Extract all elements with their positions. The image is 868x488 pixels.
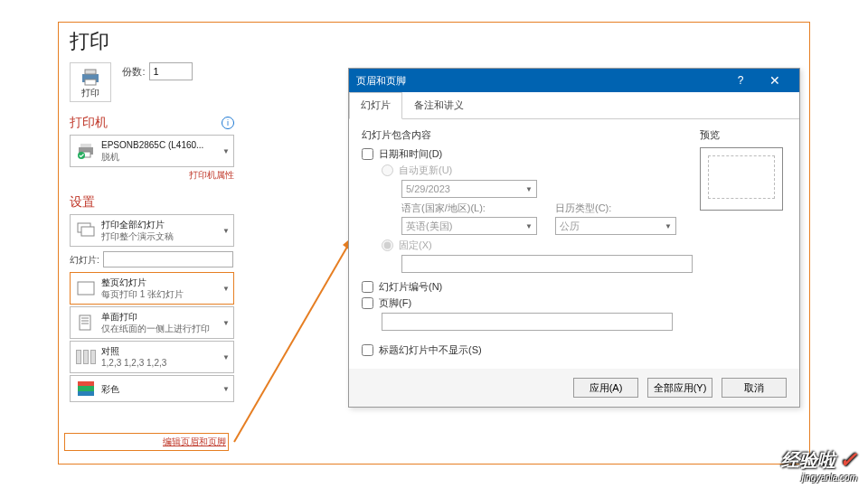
group-title: 幻灯片包含内容 xyxy=(362,128,678,142)
label-auto-update: 自动更新(U) xyxy=(399,164,452,177)
watermark: 经验啦 ✓ jingyanla.com xyxy=(781,447,857,483)
label-fixed: 固定(X) xyxy=(399,239,432,252)
label-slide-number: 幻灯片编号(N) xyxy=(379,280,442,294)
chevron-down-icon: ▼ xyxy=(222,319,230,327)
collate-icon xyxy=(76,348,96,366)
close-button[interactable]: ✕ xyxy=(758,69,792,92)
chevron-down-icon: ▼ xyxy=(665,222,672,230)
radio-fixed xyxy=(382,239,393,251)
checkbox-footer[interactable] xyxy=(362,297,373,309)
collate-dropdown[interactable]: 对照 1,2,3 1,2,3 1,2,3 ▼ xyxy=(70,341,234,373)
duplex-sub: 仅在纸面的一侧上进行打印 xyxy=(101,323,210,334)
printer-status: 脱机 xyxy=(101,151,203,163)
calendar-select[interactable]: 公历 ▼ xyxy=(555,217,676,235)
printer-properties-link[interactable]: 打印机属性 xyxy=(70,169,234,182)
checkbox-slide-number[interactable] xyxy=(362,281,373,293)
footer-text-input[interactable] xyxy=(382,313,673,331)
color-title: 彩色 xyxy=(101,383,119,395)
slides-range-label: 幻灯片: xyxy=(70,254,99,267)
svg-rect-4 xyxy=(80,144,91,147)
printer-section-title: 打印机 xyxy=(70,115,108,131)
collate-sub: 1,2,3 1,2,3 1,2,3 xyxy=(101,357,166,369)
date-format-value: 5/29/2023 xyxy=(406,183,450,194)
copies-label: 份数: xyxy=(122,65,145,79)
info-icon[interactable]: i xyxy=(222,117,234,129)
label-footer: 页脚(F) xyxy=(379,296,411,310)
svg-rect-10 xyxy=(80,315,90,330)
chevron-down-icon: ▼ xyxy=(222,385,230,393)
svg-rect-9 xyxy=(78,282,94,295)
dialog-title: 页眉和页脚 xyxy=(356,74,406,88)
printer-name: EPSONB2865C (L4160... xyxy=(101,139,203,151)
chevron-down-icon: ▼ xyxy=(222,353,230,361)
print-scope-dropdown[interactable]: 打印全部幻灯片 打印整个演示文稿 ▼ xyxy=(70,214,234,247)
svg-rect-2 xyxy=(85,80,96,85)
dialog-titlebar: 页眉和页脚 ? ✕ xyxy=(349,69,799,92)
duplex-dropdown[interactable]: 单面打印 仅在纸面的一侧上进行打印 ▼ xyxy=(70,306,234,339)
svg-rect-8 xyxy=(81,227,94,236)
canvas-frame: 打印 打印 份数: 打印机 i EPSONB2865C (L4160... 脱机 xyxy=(58,22,810,465)
tab-notes[interactable]: 备注和讲义 xyxy=(402,92,476,118)
preview-label: 预览 xyxy=(700,128,787,142)
checkbox-hide-on-title[interactable] xyxy=(362,344,373,356)
scope-sub: 打印整个演示文稿 xyxy=(101,230,174,242)
single-side-icon xyxy=(76,314,96,332)
cancel-button[interactable]: 取消 xyxy=(722,378,787,398)
printer-icon xyxy=(80,69,101,87)
layout-sub: 每页打印 1 张幻灯片 xyxy=(101,288,184,300)
svg-point-6 xyxy=(78,152,85,159)
label-hide-on-title: 标题幻灯片中不显示(S) xyxy=(379,343,482,357)
printer-dropdown[interactable]: EPSONB2865C (L4160... 脱机 ▼ xyxy=(70,135,234,167)
slides-range-input[interactable] xyxy=(103,251,233,267)
svg-line-14 xyxy=(234,236,354,442)
date-format-select[interactable]: 5/29/2023 ▼ xyxy=(401,180,537,198)
checkbox-datetime[interactable] xyxy=(362,148,373,160)
calendar-value: 公历 xyxy=(560,220,580,233)
chevron-down-icon: ▼ xyxy=(525,222,533,230)
printer-status-icon xyxy=(76,142,96,160)
language-label: 语言(国家/地区)(L): xyxy=(401,202,537,215)
scope-title: 打印全部幻灯片 xyxy=(101,219,174,230)
apply-all-button[interactable]: 全部应用(Y) xyxy=(647,378,712,398)
color-dropdown[interactable]: 彩色 ▼ xyxy=(70,375,234,402)
collate-title: 对照 xyxy=(101,345,166,357)
language-select[interactable]: 英语(美国) ▼ xyxy=(401,217,537,235)
dialog-footer: 应用(A) 全部应用(Y) 取消 xyxy=(349,369,799,407)
svg-rect-1 xyxy=(85,70,96,74)
chevron-down-icon: ▼ xyxy=(222,227,230,235)
language-value: 英语(美国) xyxy=(406,220,452,233)
chevron-down-icon: ▼ xyxy=(525,185,533,193)
print-pane: 打印 打印 份数: 打印机 i EPSONB2865C (L4160... 脱机 xyxy=(70,28,234,404)
tab-slide[interactable]: 幻灯片 xyxy=(349,92,402,119)
full-page-icon xyxy=(76,279,96,297)
copies-input[interactable] xyxy=(149,62,193,80)
highlight-box: 编辑页眉和页脚 xyxy=(64,433,229,451)
print-button-label: 打印 xyxy=(80,87,101,99)
watermark-text: 经验啦 xyxy=(781,448,835,473)
preview-panel: 预览 xyxy=(700,128,787,211)
chevron-down-icon: ▼ xyxy=(222,147,230,155)
header-footer-dialog: 页眉和页脚 ? ✕ 幻灯片 备注和讲义 幻灯片包含内容 日期和时间(D) 自动更… xyxy=(348,68,800,408)
duplex-title: 单面打印 xyxy=(101,311,210,323)
watermark-url: jingyanla.com xyxy=(781,473,857,483)
fixed-date-input[interactable] xyxy=(401,255,693,273)
label-datetime: 日期和时间(D) xyxy=(379,147,442,161)
preview-thumbnail xyxy=(700,147,783,211)
dialog-tabs: 幻灯片 备注和讲义 xyxy=(349,92,799,119)
chevron-down-icon: ▼ xyxy=(222,285,230,293)
color-icon xyxy=(76,380,96,398)
apply-button[interactable]: 应用(A) xyxy=(573,378,638,398)
arrow-annotation xyxy=(232,230,359,444)
help-button[interactable]: ? xyxy=(723,69,758,92)
radio-auto-update xyxy=(382,164,393,176)
check-icon: ✓ xyxy=(839,447,857,473)
settings-section-title: 设置 xyxy=(70,194,95,211)
layout-title: 整页幻灯片 xyxy=(101,277,184,288)
slides-all-icon xyxy=(76,221,96,239)
print-button[interactable]: 打印 xyxy=(70,62,111,102)
calendar-label: 日历类型(C): xyxy=(555,202,611,215)
page-title: 打印 xyxy=(70,28,234,55)
edit-header-footer-link[interactable]: 编辑页眉和页脚 xyxy=(163,436,226,448)
layout-dropdown[interactable]: 整页幻灯片 每页打印 1 张幻灯片 ▼ xyxy=(70,272,234,305)
